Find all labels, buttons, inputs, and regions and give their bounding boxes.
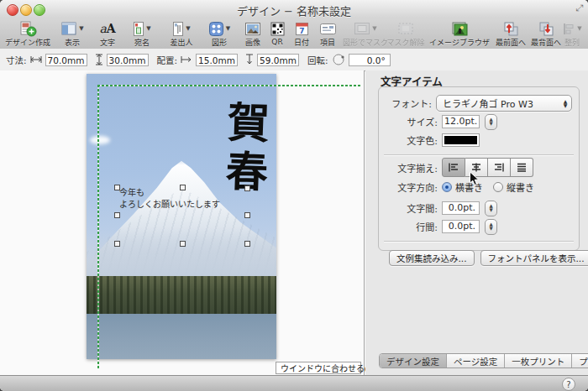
toolbar-label: 日付	[294, 37, 309, 48]
position-y-input[interactable]: 59.0mm	[257, 54, 299, 66]
svg-text:7: 7	[299, 27, 304, 35]
text-item-groupbox: フォント: ヒラギノ角ゴ Pro W3 ▲▼ サイズ: 12.0pt. ▲▼ 文…	[378, 86, 580, 251]
toolbar-label: 差出人	[170, 37, 192, 48]
tab-print[interactable]: プリント	[571, 354, 588, 368]
settings-tab-bar: デザイン設定 ページ設定 一枚プリント プリント	[379, 353, 588, 368]
line-spacing-label: 行間:	[386, 220, 438, 233]
height-input[interactable]: 30.0mm	[107, 54, 149, 66]
addressee-icon	[133, 21, 144, 37]
width-measure-icon	[30, 55, 42, 64]
toolbar-label: デザイン作成	[5, 37, 50, 48]
toolbar-button-date[interactable]: 7 日付	[289, 20, 314, 48]
margin-guide-vertical	[97, 85, 99, 368]
width-input[interactable]: 70.0mm	[45, 54, 87, 66]
stepper-down-icon: ▼	[489, 208, 492, 212]
line-spacing-input[interactable]: 0.0pt.	[442, 220, 480, 233]
message-text-item[interactable]: 今年も よろしくお願いいたします	[119, 187, 220, 210]
fullscreen-icon[interactable]: ⤢	[575, 3, 583, 13]
char-spacing-input[interactable]: 0.0pt.	[442, 201, 480, 215]
align-icon	[562, 22, 575, 36]
selection-handle-top-center[interactable]	[180, 185, 186, 190]
selection-handle-bottom-right[interactable]	[244, 241, 250, 247]
load-phrase-collection-button[interactable]: 文例集読み込み...	[389, 250, 475, 266]
toolbar-button-qr[interactable]: QR	[266, 20, 288, 48]
toolbar-label: 整列	[564, 37, 580, 48]
toolbar-label: 最前面へ	[496, 37, 526, 48]
mask-release-icon	[397, 22, 414, 35]
radio-horizontal-writing[interactable]	[442, 182, 452, 192]
image-icon	[244, 22, 261, 36]
toolbar-button-display[interactable]: ▼ 表示	[54, 20, 91, 48]
toolbar-button-image-browser[interactable]: イメージブラウザ	[428, 20, 491, 48]
zoom-level-select[interactable]: ウインドウに合わせる ▲▼	[276, 362, 361, 374]
margin-guide-horizontal	[97, 85, 361, 86]
toolbar-label: イメージブラウザ	[429, 37, 490, 48]
selection-handle-top-left[interactable]	[114, 185, 120, 190]
calendar-icon: 7	[295, 21, 309, 36]
char-spacing-stepper[interactable]: ▲▼	[485, 201, 497, 216]
photo-lake	[87, 314, 276, 359]
tab-design-settings[interactable]: デザイン設定	[380, 354, 446, 368]
font-popup-button[interactable]: ヒラギノ角ゴ Pro W3 ▲▼	[436, 95, 572, 112]
window-title: デザイン − 名称未設定	[0, 3, 588, 18]
toolbar-button-mask-release[interactable]: マスク解除	[385, 20, 427, 48]
chevron-down-icon: ▼	[79, 26, 83, 32]
align-left-button[interactable]	[442, 158, 465, 177]
tab-single-print[interactable]: 一枚プリント	[504, 354, 571, 368]
toolbar-button-addressee[interactable]: ▼ 宛名	[124, 20, 160, 48]
selection-handle-top-right[interactable]	[244, 185, 250, 191]
toolbar-button-shapes[interactable]: ▼ 図形	[202, 20, 237, 48]
toolbar-button-new-design[interactable]: デザイン作成	[2, 20, 54, 48]
toolbar-button-text[interactable]: aA 文字	[93, 20, 122, 48]
mouse-cursor-icon	[469, 171, 480, 187]
position-y-icon	[245, 54, 254, 65]
text-direction-label: 文字方向:	[386, 180, 438, 194]
separator	[384, 154, 574, 155]
design-canvas[interactable]: 賀春 今年も よろしくお願いいたします ウインドウに合わせる ▲▼	[0, 70, 365, 375]
toolbar-label: マスク解除	[386, 37, 424, 48]
greeting-calligraphy[interactable]: 賀春	[214, 100, 269, 282]
font-size-input[interactable]: 12.0pt.	[442, 115, 480, 128]
show-font-panel-button[interactable]: フォントパネルを表示...	[480, 250, 588, 266]
align-justify-button[interactable]	[511, 158, 533, 177]
selection-handle-mid-left[interactable]	[114, 212, 120, 218]
text-color-well[interactable]	[442, 133, 480, 147]
align-left-icon	[447, 162, 460, 173]
align-right-icon	[492, 162, 506, 173]
rotation-input[interactable]: 0.0°	[349, 54, 391, 66]
toolbar-button-image[interactable]: 画像	[239, 20, 266, 48]
photo-treeline	[87, 276, 276, 315]
line-spacing-stepper[interactable]: ▲▼	[485, 219, 497, 235]
selection-handle-bottom-center[interactable]	[180, 241, 186, 247]
toolbar-button-field[interactable]: 項目	[315, 20, 340, 48]
message-line-2: よろしくお願いいたします	[119, 199, 220, 211]
help-button[interactable]: ?	[562, 378, 575, 391]
size-label: サイズ:	[386, 115, 438, 128]
rotation-icon	[332, 53, 345, 66]
zoom-level-value: ウインドウに合わせる	[276, 362, 365, 374]
toolbar-button-align[interactable]: ▼ 整列	[558, 20, 586, 48]
mask-with-shape-icon	[354, 22, 370, 35]
toolbar-label: 項目	[320, 37, 335, 48]
toolbar-button-bring-to-front[interactable]: 最前面へ	[492, 20, 529, 48]
font-popup-value: ヒラギノ角ゴ Pro W3	[437, 96, 559, 110]
font-size-stepper[interactable]: ▲▼	[485, 114, 497, 130]
toolbar-button-mask-with-shape[interactable]: ▼ 図形でマスク	[341, 20, 390, 48]
align-right-button[interactable]	[488, 158, 511, 177]
message-line-1: 今年も	[119, 187, 220, 199]
toolbar-button-sender[interactable]: ▼ 差出人	[162, 20, 201, 48]
selection-handle-bottom-left[interactable]	[114, 241, 120, 247]
chevron-down-icon: ▼	[146, 26, 150, 32]
dimension-bar: 寸法: 70.0mm 30.0mm 配置: 15.0mm 59.0mm 回転: …	[0, 49, 588, 71]
selection-handle-mid-right[interactable]	[244, 212, 250, 218]
toolbar-label: 宛名	[134, 37, 150, 48]
shapes-icon	[208, 21, 224, 37]
toolbar-label: 表示	[65, 37, 80, 48]
radio-vertical-writing[interactable]	[493, 182, 503, 192]
radio-vertical-label[interactable]: 縦書き	[507, 180, 534, 194]
height-measure-icon	[95, 54, 103, 65]
position-x-input[interactable]: 15.0mm	[196, 54, 238, 66]
tab-page-settings[interactable]: ページ設定	[446, 354, 504, 368]
new-design-icon	[18, 20, 37, 37]
chevron-down-icon: ▼	[372, 26, 376, 32]
